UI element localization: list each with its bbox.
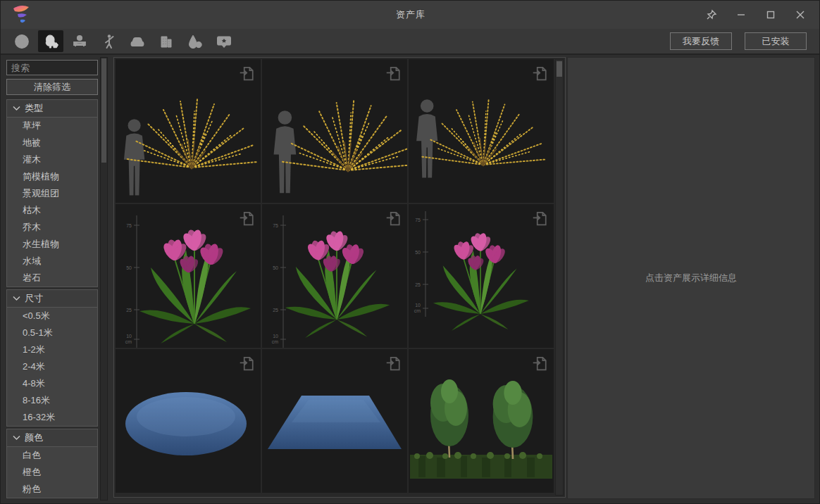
filter-item[interactable]: 16-32米	[7, 409, 97, 426]
svg-text:25: 25	[273, 308, 278, 313]
section-label: 尺寸	[25, 292, 43, 305]
window-title: 资产库	[1, 1, 820, 29]
chevron-down-icon	[13, 296, 20, 301]
asset-tile-water-plane[interactable]	[262, 349, 407, 493]
filter-item[interactable]: 0.5-1米	[7, 325, 97, 341]
filter-item[interactable]: 8-16米	[7, 392, 97, 409]
filter-item[interactable]: 2-4米	[7, 358, 97, 375]
filter-item[interactable]: 岩石	[7, 270, 97, 286]
svg-text:cm: cm	[272, 339, 279, 344]
filter-section-color: 颜色 白色 橙色 粉色	[6, 429, 98, 498]
details-placeholder-text: 点击资产展示详细信息	[645, 272, 737, 284]
import-icon[interactable]	[238, 210, 255, 227]
primitives-icon	[187, 33, 204, 50]
building-icon	[158, 33, 175, 50]
tab-decals[interactable]	[211, 30, 237, 52]
filter-section-header[interactable]: 尺寸	[7, 290, 97, 308]
filter-sidebar: 清除筛选 类型 草坪 地被 灌木 简模植物 景观组团 枯木 乔木 水生植物 水域…	[6, 60, 98, 500]
filter-item[interactable]: 简模植物	[7, 168, 97, 185]
import-icon[interactable]	[531, 65, 548, 82]
svg-text:10: 10	[273, 334, 278, 339]
filter-item[interactable]: 水生植物	[7, 236, 97, 253]
asset-tile-flower-3[interactable]: 75 50 25 10 cm	[409, 204, 554, 348]
import-icon[interactable]	[385, 355, 402, 372]
filter-item[interactable]: 4-8米	[7, 375, 97, 392]
installed-button[interactable]: 已安装	[745, 32, 807, 50]
svg-text:50: 50	[415, 250, 421, 255]
import-icon[interactable]	[385, 210, 402, 227]
svg-text:50: 50	[126, 265, 132, 270]
filter-item[interactable]: 地被	[7, 134, 97, 151]
filter-section-size: 尺寸 <0.5米 0.5-1米 1-2米 2-4米 4-8米 8-16米 16-…	[6, 289, 98, 427]
section-label: 颜色	[25, 431, 43, 444]
asset-tile-forsythia-3[interactable]	[409, 59, 554, 203]
chevron-down-icon	[13, 435, 20, 441]
sidebar-scrollbar-thumb[interactable]	[101, 58, 106, 163]
svg-text:cm: cm	[125, 339, 132, 344]
svg-text:cm: cm	[414, 308, 421, 313]
asset-tile-water-ellipse[interactable]	[116, 349, 261, 493]
tab-people[interactable]	[96, 30, 121, 52]
tab-world[interactable]	[9, 30, 35, 52]
person-icon	[100, 33, 117, 50]
asset-library-window: { "window": { "title": "资产库" }, "toolbar…	[0, 0, 820, 504]
filter-section-header[interactable]: 类型	[7, 100, 97, 118]
filter-item[interactable]: 灌木	[7, 151, 97, 168]
filter-item[interactable]: 1-2米	[7, 341, 97, 358]
tree-icon	[42, 33, 59, 50]
maximize-icon[interactable]	[759, 4, 783, 25]
close-icon[interactable]	[788, 4, 812, 25]
decal-icon	[216, 33, 232, 50]
asset-tile-flower-1[interactable]: 75 50 25 10 cm	[116, 204, 261, 348]
import-icon[interactable]	[238, 355, 255, 372]
asset-tile-flower-2[interactable]: 75 50 25 10 cm	[262, 204, 407, 348]
asset-tile-forsythia-2[interactable]	[262, 59, 407, 203]
filter-item[interactable]: 橙色	[7, 464, 97, 481]
filter-item[interactable]: 乔木	[7, 219, 97, 236]
import-icon[interactable]	[238, 65, 255, 82]
minimize-icon[interactable]	[729, 4, 753, 25]
filter-section-header[interactable]: 颜色	[7, 429, 97, 447]
svg-text:75: 75	[415, 218, 421, 222]
category-toolbar: 我要反馈 已安装	[1, 29, 820, 55]
filter-item[interactable]: 枯木	[7, 202, 97, 219]
svg-text:50: 50	[273, 265, 278, 270]
svg-text:10: 10	[126, 334, 132, 339]
svg-text:75: 75	[126, 223, 132, 228]
grid-scrollbar	[555, 59, 564, 496]
sidebar-scrollbar	[100, 57, 108, 500]
filter-item[interactable]: 水域	[7, 253, 97, 270]
feedback-button[interactable]: 我要反馈	[670, 32, 732, 50]
car-icon	[129, 33, 146, 50]
svg-text:25: 25	[415, 282, 421, 287]
chevron-down-icon	[13, 106, 20, 111]
tab-primitives[interactable]	[182, 30, 208, 52]
tab-furniture[interactable]	[67, 30, 92, 52]
filter-item[interactable]: 粉色	[7, 481, 97, 498]
search-input[interactable]	[6, 60, 98, 75]
import-icon[interactable]	[385, 65, 402, 82]
section-label: 类型	[25, 102, 43, 115]
clear-filter-button[interactable]: 清除筛选	[6, 79, 98, 95]
asset-tile-forsythia-1[interactable]	[116, 59, 261, 203]
details-panel: 点击资产展示详细信息	[567, 57, 815, 499]
tab-buildings[interactable]	[154, 30, 179, 52]
grid-scrollbar-thumb[interactable]	[557, 61, 562, 77]
import-icon[interactable]	[531, 355, 548, 372]
import-icon[interactable]	[531, 210, 548, 227]
svg-text:10: 10	[415, 303, 421, 308]
pin-icon[interactable]	[700, 4, 723, 25]
filter-item[interactable]: <0.5米	[7, 308, 97, 325]
tab-plants[interactable]	[38, 30, 63, 52]
furniture-icon	[71, 33, 88, 50]
filter-section-type: 类型 草坪 地被 灌木 简模植物 景观组团 枯木 乔木 水生植物 水域 岩石	[6, 99, 98, 287]
globe-icon	[13, 33, 30, 50]
filter-item[interactable]: 白色	[7, 447, 97, 464]
tab-vehicles[interactable]	[125, 30, 150, 52]
svg-text:75: 75	[273, 223, 278, 228]
asset-tile-tree-pair[interactable]	[409, 349, 554, 493]
filter-item[interactable]: 草坪	[7, 118, 97, 134]
titlebar: 资产库	[1, 1, 820, 29]
asset-grid: 75 50 25 10 cm 75 50 25 10 cm	[113, 57, 566, 498]
filter-item[interactable]: 景观组团	[7, 185, 97, 202]
